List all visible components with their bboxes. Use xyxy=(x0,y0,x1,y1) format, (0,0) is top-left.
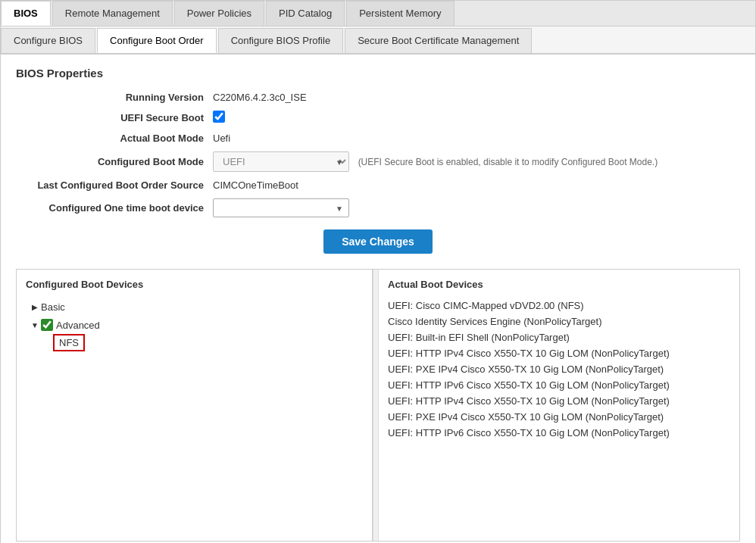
uefi-secure-boot-row: UEFI Secure Boot xyxy=(16,111,740,125)
one-time-boot-select[interactable] xyxy=(213,198,349,217)
last-configured-row: Last Configured Boot Order Source CIMCOn… xyxy=(16,179,740,191)
tab-secure-boot-cert[interactable]: Secure Boot Certificate Management xyxy=(345,28,532,53)
actual-device-list: UEFI: Cisco CIMC-Mapped vDVD2.00 (NFS) C… xyxy=(388,298,730,441)
main-container: BIOS Remote Management Power Policies PI… xyxy=(0,0,756,543)
configured-boot-panel: Configured Boot Devices ▶ Basic ▼ Advanc… xyxy=(17,270,373,541)
list-item: UEFI: HTTP IPv4 Cisco X550-TX 10 Gig LOM… xyxy=(388,345,730,361)
tab-persistent-memory[interactable]: Persistent Memory xyxy=(346,1,454,26)
tree-item-advanced: ▼ Advanced NFS xyxy=(26,316,363,354)
basic-label: Basic xyxy=(41,301,65,313)
last-configured-label: Last Configured Boot Order Source xyxy=(16,179,213,191)
actual-boot-header: Actual Boot Devices xyxy=(388,279,730,290)
basic-toggle[interactable]: ▶ xyxy=(29,301,41,313)
one-time-boot-label: Configured One time boot device xyxy=(16,202,213,214)
configured-boot-mode-select: UEFI xyxy=(213,151,349,172)
list-item: UEFI: PXE IPv4 Cisco X550-TX 10 Gig LOM … xyxy=(388,409,730,425)
boot-panels: Configured Boot Devices ▶ Basic ▼ Advanc… xyxy=(16,269,740,541)
tab-configure-boot-order[interactable]: Configure Boot Order xyxy=(97,28,217,53)
configured-boot-mode-label: Configured Boot Mode xyxy=(16,156,213,167)
list-item: UEFI: HTTP IPv6 Cisco X550-TX 10 Gig LOM… xyxy=(388,425,730,441)
tab-pid-catalog[interactable]: PID Catalog xyxy=(266,1,345,26)
tab-bios[interactable]: BIOS xyxy=(1,1,51,26)
actual-boot-mode-value: Uefi xyxy=(213,133,740,144)
list-item: Cisco Identity Services Engine (NonPolic… xyxy=(388,314,730,329)
tab-power-policies[interactable]: Power Policies xyxy=(174,1,264,26)
uefi-secure-boot-value xyxy=(213,111,740,125)
tab-configure-bios-profile[interactable]: Configure BIOS Profile xyxy=(218,28,344,53)
panel-divider xyxy=(373,270,379,541)
content-area: BIOS Properties Running Version C220M6.4… xyxy=(1,55,755,543)
one-time-boot-row: Configured One time boot device xyxy=(16,198,740,217)
running-version-row: Running Version C220M6.4.2.3c0_ISE xyxy=(16,92,740,103)
actual-boot-mode-row: Actual Boot Mode Uefi xyxy=(16,133,740,144)
page-title: BIOS Properties xyxy=(16,67,740,80)
tree-item-basic: ▶ Basic xyxy=(26,298,363,316)
save-changes-button[interactable]: Save Changes xyxy=(323,229,433,254)
nfs-row: NFS xyxy=(50,332,363,353)
advanced-checkbox[interactable] xyxy=(41,319,53,331)
tab-configure-bios[interactable]: Configure BIOS xyxy=(1,28,95,53)
tab-remote-management[interactable]: Remote Management xyxy=(52,1,173,26)
configured-boot-mode-note: (UEFI Secure Boot is enabled, disable it… xyxy=(358,157,658,167)
actual-boot-panel: Actual Boot Devices UEFI: Cisco CIMC-Map… xyxy=(379,270,739,541)
configured-boot-mode-row: Configured Boot Mode UEFI (UEFI Secure B… xyxy=(16,151,740,172)
advanced-label: Advanced xyxy=(56,320,100,331)
top-tab-bar: BIOS Remote Management Power Policies PI… xyxy=(1,1,755,27)
one-time-boot-value xyxy=(213,198,740,217)
list-item: UEFI: Built-in EFI Shell (NonPolicyTarge… xyxy=(388,329,730,345)
last-configured-value: CIMCOneTimeBoot xyxy=(213,179,740,191)
running-version-value: C220M6.4.2.3c0_ISE xyxy=(213,92,740,103)
advanced-toggle[interactable]: ▼ xyxy=(29,319,41,331)
uefi-secure-boot-checkbox[interactable] xyxy=(213,111,225,123)
actual-boot-mode-label: Actual Boot Mode xyxy=(16,133,213,144)
list-item: UEFI: HTTP IPv6 Cisco X550-TX 10 Gig LOM… xyxy=(388,377,730,393)
advanced-children: NFS xyxy=(50,332,363,353)
list-item: UEFI: HTTP IPv4 Cisco X550-TX 10 Gig LOM… xyxy=(388,393,730,409)
running-version-label: Running Version xyxy=(16,92,213,103)
list-item: UEFI: PXE IPv4 Cisco X550-TX 10 Gig LOM … xyxy=(388,361,730,377)
configured-boot-mode-value: UEFI (UEFI Secure Boot is enabled, disab… xyxy=(213,151,740,172)
uefi-secure-boot-label: UEFI Secure Boot xyxy=(16,112,213,123)
nfs-label[interactable]: NFS xyxy=(53,334,85,351)
list-item: UEFI: Cisco CIMC-Mapped vDVD2.00 (NFS) xyxy=(388,298,730,314)
configured-boot-header: Configured Boot Devices xyxy=(26,279,363,290)
second-tab-bar: Configure BIOS Configure Boot Order Conf… xyxy=(1,27,755,55)
properties-table: Running Version C220M6.4.2.3c0_ISE UEFI … xyxy=(16,92,740,217)
